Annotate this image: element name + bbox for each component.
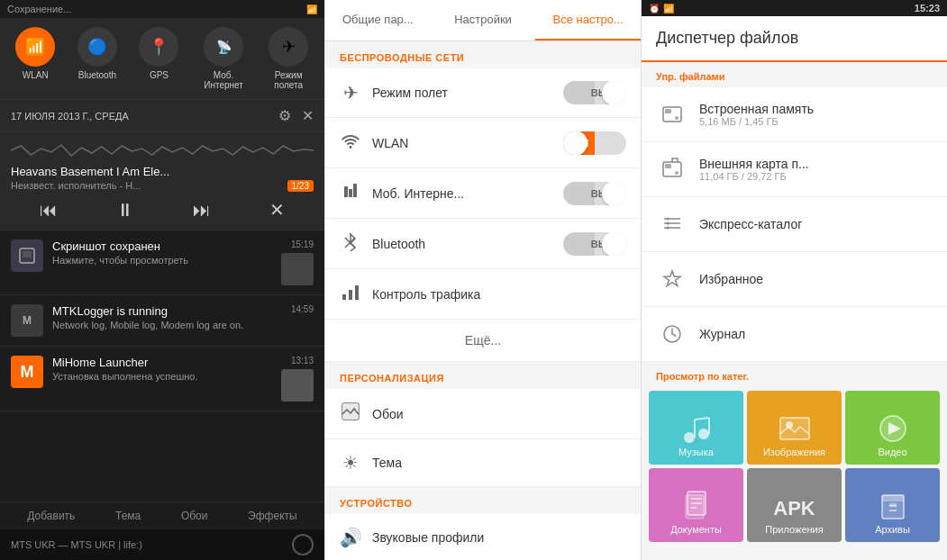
notification-mihome-time: 13:13 [291,356,314,366]
settings-flight-mode[interactable]: ✈ Режим полет ВЫКЛ [325,68,641,118]
notification-mihome-title: MiHome Launcher [52,356,272,369]
category-docs[interactable]: Документы [649,468,743,542]
tab-settings[interactable]: Настройки [431,0,536,41]
file-item-express[interactable]: Экспресс-каталог [642,197,947,252]
traffic-settings-icon [340,282,361,306]
notification-logger-title: MTKLogger is running [52,304,282,318]
bluetooth-knob [602,232,626,256]
category-apps[interactable]: APK Приложения [747,468,842,542]
date-text: 17 ИЮЛЯ 2013 Г., СРЕДА [11,111,129,122]
svg-rect-14 [665,164,671,168]
add-action[interactable]: Добавить [27,510,75,522]
notification-screenshot-title: Скриншот сохранен [52,239,272,253]
settings-wlan[interactable]: WLAN ВКЛ [325,118,641,168]
file-item-favorites[interactable]: Избранное [642,252,947,307]
express-name: Экспресс-каталог [699,217,933,231]
rewind-button[interactable]: ⏮ [40,200,58,221]
settings-gear-icon[interactable]: ⚙ [278,107,291,124]
settings-tabs: Общие пар... Настройки Все настро... [325,0,641,41]
flight-mode-toggle[interactable]: ВЫКЛ [563,81,626,104]
settings-bluetooth[interactable]: Bluetooth ВЫКЛ [325,219,641,269]
svg-rect-6 [349,290,352,300]
notification-screenshot-desc: Нажмите, чтобы просмотреть [52,255,272,266]
file-item-journal[interactable]: Журнал [642,307,947,362]
theme-icon: ☀ [340,452,361,474]
mobile-internet-knob [602,182,626,205]
file-manager-header: Диспетчер файлов [642,16,947,62]
notification-screenshot[interactable]: Скриншот сохранен Нажмите, чтобы просмот… [0,230,324,295]
toggle-flight-mode[interactable]: ✈ Режим полета [269,27,309,90]
notification-mihome[interactable]: M MiHome Launcher Установка выполнена ус… [0,347,324,411]
device-section-header: УСТРОЙСТВО [325,487,641,514]
notification-logger-content: MTKLogger is running Network log, Mobile… [52,304,282,330]
docs-label: Документы [670,524,722,535]
settings-more[interactable]: Ещё... [325,320,641,362]
toggle-gps[interactable]: 📍 GPS [139,27,178,90]
svg-rect-38 [882,495,904,501]
carrier-bar: MTS UKR — MTS UKR | life:) [0,529,324,560]
settings-theme[interactable]: ☀ Тема [325,439,641,487]
mobile-internet-icon: 📡 [204,27,243,67]
toggle-mobile-internet[interactable]: 📡 Моб. Интернет [201,27,246,90]
journal-icon [656,318,688,350]
flight-mode-icon: ✈ [269,27,308,67]
notification-screenshot-content: Скриншот сохранен Нажмите, чтобы просмот… [52,239,272,266]
svg-rect-11 [665,109,671,113]
tab-general[interactable]: Общие пар... [325,0,431,41]
wallpaper-icon [340,402,361,426]
pause-button[interactable]: ⏸ [116,200,134,221]
svg-line-27 [695,418,709,420]
express-content: Экспресс-каталог [699,217,933,231]
file-item-external[interactable]: Внешняя карта п... 11,04 ГБ / 29,72 ГБ [642,142,947,197]
favorites-icon [656,263,688,295]
stop-button[interactable]: ✕ [269,199,285,221]
quick-toggles: 📶 WLAN 🔵 Bluetooth 📍 GPS 📡 Моб. Интернет… [0,18,324,100]
tab-all[interactable]: Все настро... [535,0,641,41]
bluetooth-toggle-label: Bluetooth [78,70,116,80]
wifi-icon: 📶 [306,5,317,14]
category-video[interactable]: Видео [845,391,940,465]
favorites-name: Избранное [699,272,933,286]
category-images[interactable]: Изображения [747,391,842,465]
settings-wallpaper[interactable]: Обои [325,389,641,439]
screenshot-icon [11,239,43,272]
settings-sound[interactable]: 🔊 Звуковые профили [325,514,641,560]
svg-rect-1 [23,251,32,257]
sound-icon: 🔊 [340,527,361,548]
archives-label: Архивы [875,524,910,535]
notification-logger-time: 14:59 [291,304,314,314]
toggle-wlan[interactable]: 📶 WLAN [15,27,55,90]
journal-content: Журнал [699,327,933,341]
video-label: Видео [878,447,906,457]
media-controls: ⏮ ⏸ ⏭ ✕ [11,199,314,221]
file-item-internal[interactable]: Встроенная память 5,16 МБ / 1,45 ГБ [642,87,947,142]
close-icon[interactable]: ✕ [302,107,314,124]
carrier-text: MTS UKR — MTS UKR | life:) [11,539,142,550]
browse-section: Просмотр по катег. [642,362,947,387]
notification-mihome-content: MiHome Launcher Установка выполнена успе… [52,356,272,382]
sound-settings-label: Звуковые профили [372,530,626,545]
wlan-toggle-switch[interactable]: ВКЛ [563,131,626,155]
effects-action[interactable]: Эффекты [248,510,297,522]
mobile-internet-settings-label: Моб. Интерне... [372,186,552,201]
date-bar: 17 ИЮЛЯ 2013 Г., СРЕДА ⚙ ✕ [0,100,324,132]
mobile-internet-settings-icon [340,181,361,205]
bluetooth-toggle[interactable]: ВЫКЛ [563,232,626,256]
category-music[interactable]: Музыка [649,391,743,465]
notification-mihome-desc: Установка выполнена успешно. [52,371,272,382]
category-archives[interactable]: Архивы [845,468,940,542]
svg-point-20 [667,222,669,225]
settings-mobile-internet[interactable]: Моб. Интерне... ВЫКЛ [325,168,641,219]
manage-section: Упр. файлами [642,62,947,87]
notification-logger[interactable]: M MTKLogger is running Network log, Mobi… [0,295,324,347]
home-button[interactable] [292,534,314,555]
wlan-settings-icon [340,131,361,155]
mobile-internet-toggle[interactable]: ВЫКЛ [563,182,626,205]
wallpaper-action[interactable]: Обои [181,510,208,522]
svg-rect-3 [349,189,352,197]
settings-traffic[interactable]: Контроль трафика [325,269,641,320]
theme-action[interactable]: Тема [115,510,141,522]
forward-button[interactable]: ⏭ [193,200,211,221]
gps-toggle-icon: 📍 [139,27,178,67]
toggle-bluetooth[interactable]: 🔵 Bluetooth [77,27,117,90]
